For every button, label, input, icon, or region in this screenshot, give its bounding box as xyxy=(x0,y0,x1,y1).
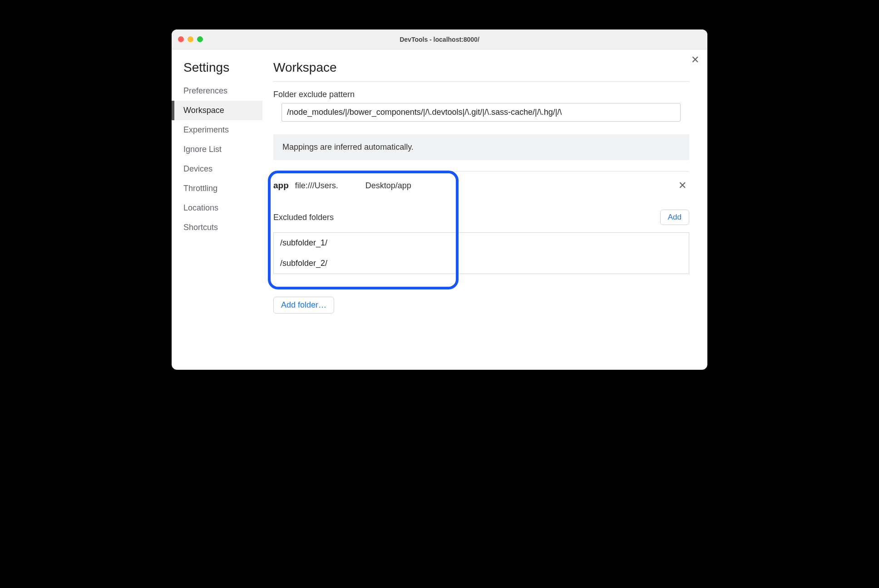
sidebar-item-workspace[interactable]: Workspace xyxy=(172,101,262,120)
close-settings-button[interactable]: ✕ xyxy=(691,55,699,65)
sidebar-item-shortcuts[interactable]: Shortcuts xyxy=(172,218,262,237)
folder-name: app xyxy=(273,181,289,191)
folder-path-right: Desktop/app xyxy=(365,181,411,190)
main-panel: Workspace Folder exclude pattern Mapping… xyxy=(262,49,707,370)
sidebar-item-devices[interactable]: Devices xyxy=(172,159,262,179)
folder-header: app file:///Users.Desktop/app ✕ xyxy=(273,180,689,191)
window-minimize-button[interactable] xyxy=(188,36,193,42)
window-maximize-button[interactable] xyxy=(197,36,203,42)
folder-exclude-label: Folder exclude pattern xyxy=(273,90,689,99)
folder-exclude-input[interactable] xyxy=(281,103,681,122)
remove-folder-button[interactable]: ✕ xyxy=(678,180,689,191)
folder-path: file:///Users.Desktop/app xyxy=(295,181,411,191)
window-close-button[interactable] xyxy=(178,36,184,42)
add-folder-button[interactable]: Add folder… xyxy=(273,297,334,314)
sidebar-item-preferences[interactable]: Preferences xyxy=(172,81,262,101)
excluded-item[interactable]: /subfolder_1/ xyxy=(274,233,689,253)
content: ✕ Settings Preferences Workspace Experim… xyxy=(172,49,707,370)
excluded-folders-label: Excluded folders xyxy=(273,213,334,222)
mappings-info: Mappings are inferred automatically. xyxy=(273,134,689,160)
devtools-window: DevTools - localhost:8000/ ✕ Settings Pr… xyxy=(172,29,707,370)
folder-path-left: file:///Users. xyxy=(295,181,338,190)
settings-sidebar: Settings Preferences Workspace Experimen… xyxy=(172,49,262,370)
sidebar-item-ignore-list[interactable]: Ignore List xyxy=(172,140,262,159)
excluded-item[interactable]: /subfolder_2/ xyxy=(274,253,689,274)
settings-title: Settings xyxy=(172,60,262,81)
excluded-folders-list: /subfolder_1/ /subfolder_2/ xyxy=(273,232,689,274)
add-excluded-button[interactable]: Add xyxy=(660,210,689,225)
workspace-folder: app file:///Users.Desktop/app ✕ Excluded… xyxy=(273,180,689,274)
window-title: DevTools - localhost:8000/ xyxy=(172,36,707,43)
divider xyxy=(273,171,689,172)
excluded-folders-row: Excluded folders Add xyxy=(273,210,689,225)
titlebar: DevTools - localhost:8000/ xyxy=(172,29,707,49)
traffic-lights xyxy=(178,36,203,42)
sidebar-item-throttling[interactable]: Throttling xyxy=(172,179,262,198)
sidebar-item-locations[interactable]: Locations xyxy=(172,198,262,218)
page-title: Workspace xyxy=(273,60,689,82)
sidebar-item-experiments[interactable]: Experiments xyxy=(172,120,262,140)
